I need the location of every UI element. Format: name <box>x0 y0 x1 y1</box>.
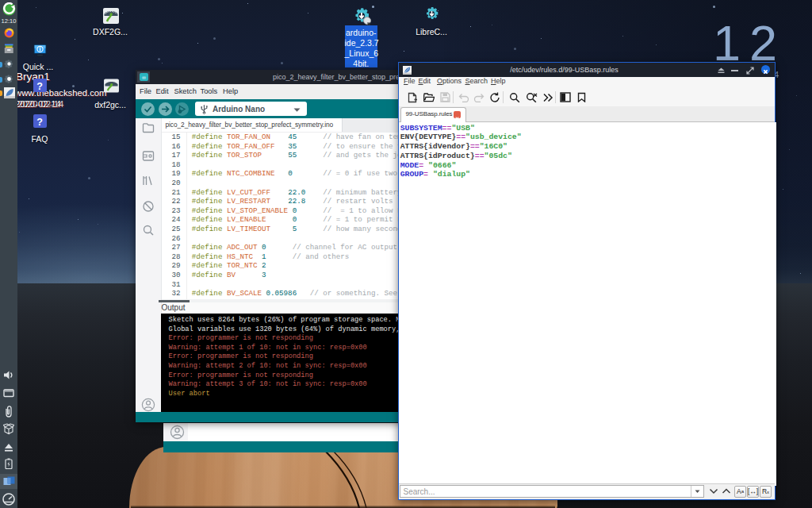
svg-text:∞: ∞ <box>142 75 146 80</box>
